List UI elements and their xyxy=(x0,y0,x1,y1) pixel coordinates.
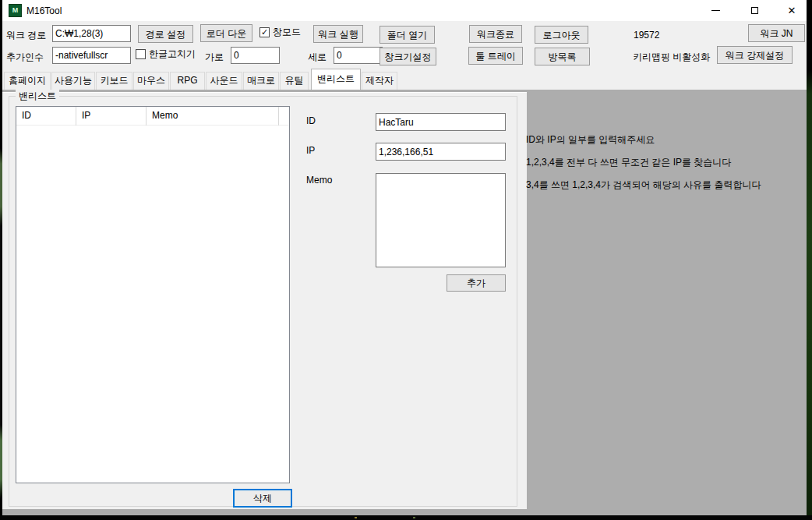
path-set-button[interactable]: 경로 설정 xyxy=(138,25,193,43)
app-logo-icon: M xyxy=(9,4,22,17)
memo-textarea[interactable] xyxy=(376,173,506,267)
work-jn-button[interactable]: 워크 JN xyxy=(748,24,805,42)
window-mode-label: 창모드 xyxy=(273,26,301,39)
logout-button[interactable]: 로그아웃 xyxy=(535,26,588,44)
help-text-line: 3,4를 쓰면 1,2,3,4가 검색되어 해당의 사유를 출력합니다 xyxy=(526,179,761,192)
window-title: M16Tool xyxy=(26,5,62,16)
banlist-listview[interactable]: ID IP Memo xyxy=(16,106,290,483)
minimize-button[interactable] xyxy=(699,0,732,21)
tab-homepage[interactable]: 홈페이지 xyxy=(4,72,51,90)
work-exit-button[interactable]: 워크종료 xyxy=(469,25,522,43)
height-input[interactable] xyxy=(334,47,383,64)
ip-input[interactable] xyxy=(376,143,506,161)
m16tool-window: M M16Tool ✕ 워크 경로 경로 설정 로더 다운 ✓ 창모드 워크 실… xyxy=(2,0,807,515)
tool-tray-button[interactable]: 툴 트레이 xyxy=(468,47,523,65)
hangul-fix-label: 한글고치기 xyxy=(149,48,196,61)
id-input[interactable] xyxy=(376,113,506,131)
window-size-button[interactable]: 창크기설정 xyxy=(380,48,436,65)
extra-args-label: 추가인수 xyxy=(6,51,44,64)
id-label: ID xyxy=(306,115,316,126)
ip-label: IP xyxy=(306,145,315,156)
tab-rpg[interactable]: RPG xyxy=(170,72,205,90)
column-header-memo[interactable]: Memo xyxy=(147,107,279,126)
work-path-label: 워크 경로 xyxy=(6,29,46,42)
checkbox-checked-icon: ✓ xyxy=(259,27,270,37)
work-path-input[interactable] xyxy=(52,25,131,42)
close-icon: ✕ xyxy=(788,5,796,16)
desktop-background-right xyxy=(807,0,812,520)
tab-macro[interactable]: 매크로 xyxy=(243,72,279,90)
dialog-client-area: 밴리스트 ID IP Memo ID IP Memo 추가 삭제 ID와 IP의… xyxy=(2,90,807,515)
tab-banlist[interactable]: 밴리스트 xyxy=(311,69,361,90)
column-header-id[interactable]: ID xyxy=(16,107,76,126)
desktop-background-bottom xyxy=(0,515,812,520)
help-text-line: ID와 IP의 일부를 입력해주세요 xyxy=(526,133,655,147)
tab-keyboard[interactable]: 키보드 xyxy=(96,72,132,90)
width-input[interactable] xyxy=(231,47,280,64)
close-button[interactable]: ✕ xyxy=(775,0,808,21)
checkbox-unchecked-icon xyxy=(136,49,146,59)
delete-button[interactable]: 삭제 xyxy=(233,489,292,508)
width-label: 가로 xyxy=(205,51,224,64)
title-bar: M M16Tool ✕ xyxy=(2,0,807,21)
work-run-button[interactable]: 워크 실행 xyxy=(313,25,363,43)
tab-strip: 홈페이지 사용기능 키보드 마우스 RPG 사운드 매크로 유틸 밴리스트 제작… xyxy=(2,69,807,90)
keymap-status-label: 키리맵핑 비활성화 xyxy=(633,51,710,64)
add-button[interactable]: 추가 xyxy=(447,274,506,292)
work-force-button[interactable]: 워크 강제설정 xyxy=(717,46,793,64)
desktop-pixel-artifact xyxy=(413,517,415,518)
maximize-button[interactable] xyxy=(738,0,771,21)
pid-value: 19572 xyxy=(634,30,659,41)
minimize-icon xyxy=(711,10,720,11)
listview-header: ID IP Memo xyxy=(16,107,289,126)
height-label: 세로 xyxy=(308,51,327,64)
loader-down-button[interactable]: 로더 다운 xyxy=(200,24,252,42)
banlist-group-title: 밴리스트 xyxy=(16,90,59,103)
extra-args-input[interactable] xyxy=(52,47,131,64)
tab-features[interactable]: 사용기능 xyxy=(51,72,95,90)
column-header-spacer xyxy=(279,107,289,126)
column-header-ip[interactable]: IP xyxy=(76,107,147,126)
tab-util[interactable]: 유틸 xyxy=(280,72,309,90)
help-text-line: 1,2,3,4를 전부 다 쓰면 무조건 같은 IP를 찾습니다 xyxy=(526,156,731,169)
desktop-pixel-artifact xyxy=(355,517,357,518)
folder-open-button[interactable]: 폴더 열기 xyxy=(380,26,435,44)
window-mode-checkbox[interactable]: ✓ 창모드 xyxy=(259,26,301,39)
tab-creator[interactable]: 제작자 xyxy=(362,72,397,90)
maximize-icon xyxy=(751,7,758,14)
banlist-tab-page: 밴리스트 ID IP Memo ID IP Memo 추가 삭제 xyxy=(2,92,527,509)
hangul-fix-checkbox[interactable]: 한글고치기 xyxy=(136,48,196,61)
memo-label: Memo xyxy=(306,175,332,186)
tab-sound[interactable]: 사운드 xyxy=(206,72,242,90)
tab-mouse[interactable]: 마우스 xyxy=(133,72,169,90)
room-list-button[interactable]: 방목록 xyxy=(535,48,590,65)
